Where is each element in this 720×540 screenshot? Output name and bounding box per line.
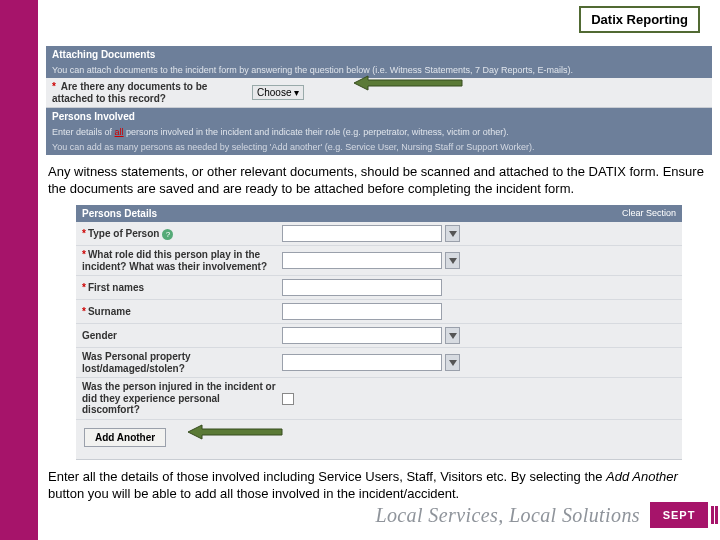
surname-row: *Surname <box>76 300 682 324</box>
svg-marker-3 <box>449 333 457 339</box>
attach-question-text: Are there any documents to be attached t… <box>52 81 207 104</box>
footer: Local Services, Local Solutions SEPT <box>375 502 708 528</box>
gender-label: Gender <box>82 330 117 341</box>
sept-logo: SEPT <box>650 502 708 528</box>
role-label: What role did this person play in the in… <box>82 249 267 272</box>
brand-side-bar <box>0 0 38 540</box>
injured-label: Was the person injured in the incident o… <box>82 381 276 415</box>
help-icon[interactable]: ? <box>162 229 173 240</box>
persons-line1b: persons involved in the incident and ind… <box>124 127 509 137</box>
persons-involved-line1: Enter details of all persons involved in… <box>46 125 712 140</box>
persons-line1-all: all <box>115 127 124 137</box>
chevron-down-icon[interactable] <box>445 354 460 371</box>
instruction-para-1: Any witness statements, or other relevan… <box>48 163 710 197</box>
property-row: Was Personal property lost/damaged/stole… <box>76 348 682 378</box>
attaching-documents-section: Attaching Documents You can attach docum… <box>46 46 712 108</box>
attach-choose-dropdown[interactable]: Choose ▾ <box>252 85 304 100</box>
surname-label: Surname <box>88 306 131 317</box>
clear-section-link[interactable]: Clear Section <box>622 208 676 218</box>
svg-marker-2 <box>449 258 457 264</box>
injured-row: Was the person injured in the incident o… <box>76 378 682 420</box>
first-names-row: *First names <box>76 276 682 300</box>
chevron-down-icon[interactable] <box>445 327 460 344</box>
gender-row: Gender <box>76 324 682 348</box>
footer-tagline: Local Services, Local Solutions <box>375 504 640 527</box>
gender-select[interactable] <box>282 327 442 344</box>
arrow-to-add-another-icon <box>188 423 284 441</box>
chevron-down-icon[interactable] <box>445 225 460 242</box>
type-label: Type of Person <box>88 228 160 239</box>
injured-checkbox[interactable] <box>282 393 294 405</box>
role-select[interactable] <box>282 252 442 269</box>
persons-involved-header: Persons Involved <box>46 108 712 125</box>
instruction-para-2: Enter all the details of those involved … <box>48 468 710 502</box>
persons-details-section: Persons Details Clear Section *Type of P… <box>76 205 682 460</box>
attach-choose-value: Choose <box>257 87 291 98</box>
first-names-input[interactable] <box>282 279 442 296</box>
role-row: *What role did this person play in the i… <box>76 246 682 276</box>
type-of-person-select[interactable] <box>282 225 442 242</box>
svg-marker-0 <box>354 76 462 90</box>
svg-marker-5 <box>188 425 282 439</box>
page-title: Datix Reporting <box>579 6 700 33</box>
attaching-header: Attaching Documents <box>46 46 712 63</box>
attach-question-label: * Are there any documents to be attached… <box>52 81 252 104</box>
para2-text: Enter all the details of those involved … <box>48 469 678 501</box>
property-label: Was Personal property lost/damaged/stole… <box>82 351 191 374</box>
chevron-down-icon[interactable] <box>445 252 460 269</box>
persons-details-header: Persons Details Clear Section <box>76 205 682 222</box>
persons-line1a: Enter details of <box>52 127 115 137</box>
svg-marker-4 <box>449 360 457 366</box>
required-star: * <box>52 81 56 92</box>
firstnames-label: First names <box>88 282 144 293</box>
svg-marker-1 <box>449 231 457 237</box>
arrow-to-choose-icon <box>354 74 464 92</box>
property-select[interactable] <box>282 354 442 371</box>
chevron-down-icon: ▾ <box>294 87 299 98</box>
type-of-person-row: *Type of Person? <box>76 222 682 246</box>
surname-input[interactable] <box>282 303 442 320</box>
persons-details-title: Persons Details <box>82 208 157 219</box>
persons-involved-line2: You can add as many persons as needed by… <box>46 140 712 155</box>
persons-involved-header-section: Persons Involved Enter details of all pe… <box>46 108 712 155</box>
add-another-button[interactable]: Add Another <box>84 428 166 447</box>
